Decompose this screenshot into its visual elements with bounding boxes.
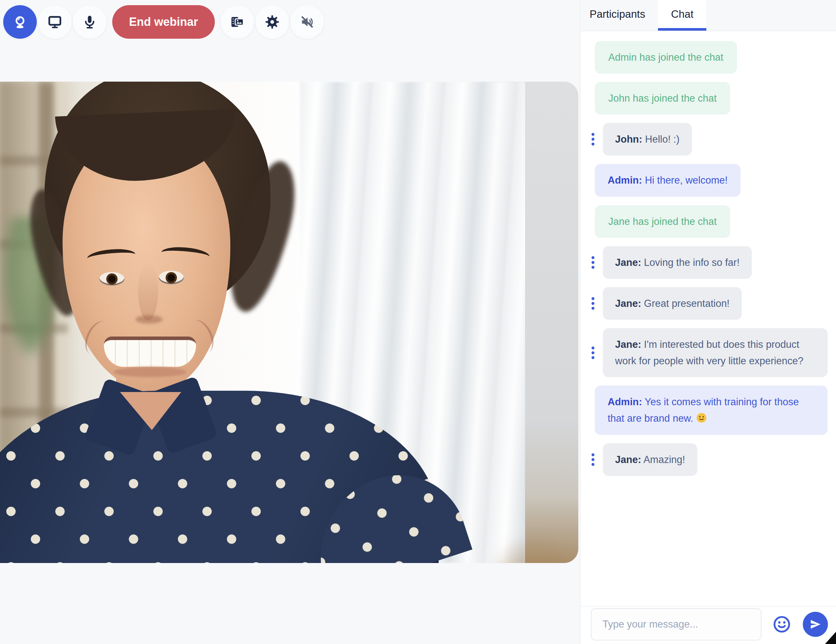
- message-text: John has joined the chat: [608, 93, 717, 104]
- chat-message-bubble: Jane: I'm interested but does this produ…: [603, 328, 828, 377]
- message-input[interactable]: [591, 608, 761, 641]
- mouse-cursor: [825, 632, 836, 644]
- chat-message-row: Admin: Hi there, welcome!: [591, 164, 828, 196]
- smiley-icon: [772, 615, 791, 634]
- monitor-icon: [47, 14, 62, 30]
- media-button[interactable]: [220, 5, 254, 39]
- chat-message-bubble: John: Hello! :): [603, 123, 692, 155]
- message-text: Hello! :): [645, 134, 679, 145]
- message-author: Admin:: [607, 175, 642, 186]
- smiling-mouth: [104, 337, 196, 367]
- chat-message-row: Jane: Amazing!: [591, 443, 828, 476]
- presenter-video: [0, 82, 578, 563]
- message-text: Great presentation!: [644, 298, 730, 309]
- message-menu-icon[interactable]: [591, 296, 595, 311]
- webinar-app: End webinar: [0, 0, 836, 644]
- chat-messages[interactable]: Admin has joined the chatJohn has joined…: [581, 31, 836, 606]
- speaker-mute-button[interactable]: [290, 5, 324, 39]
- smiling-emoji: [696, 412, 707, 423]
- message-author: Jane:: [615, 298, 641, 309]
- system-message-bubble: Jane has joined the chat: [595, 205, 730, 238]
- message-menu-icon[interactable]: [591, 132, 595, 147]
- chat-message-row: John: Hello! :): [591, 123, 828, 155]
- chat-message-bubble: Jane: Amazing!: [603, 443, 697, 476]
- message-text: Admin has joined the chat: [608, 52, 723, 63]
- media-icon: [230, 14, 245, 30]
- nose-shadow: [136, 315, 163, 324]
- message-author: Jane:: [615, 339, 641, 350]
- send-icon: [809, 618, 821, 631]
- chat-message-bubble: Admin: Hi there, welcome!: [595, 164, 741, 196]
- camera-button[interactable]: [3, 5, 37, 39]
- chat-message-bubble: Jane: Loving the info so far!: [603, 246, 752, 279]
- chat-message-row: Jane: I'm interested but does this produ…: [591, 328, 828, 377]
- sidebar-tabs: Participants Chat: [581, 0, 836, 31]
- webcam-icon: [12, 14, 28, 30]
- screen-share-button[interactable]: [38, 5, 72, 39]
- chat-message-row: Admin has joined the chat: [591, 41, 828, 74]
- end-webinar-button[interactable]: End webinar: [112, 5, 215, 39]
- message-text: I'm interested but does this product wor…: [615, 339, 803, 366]
- chat-composer: [581, 606, 836, 644]
- tab-chat[interactable]: Chat: [658, 0, 706, 31]
- chat-message-row: Jane: Loving the info so far!: [591, 246, 828, 279]
- lower-lip: [114, 367, 186, 377]
- message-author: Jane:: [615, 454, 641, 465]
- speaker-muted-icon: [299, 14, 315, 30]
- message-text: Loving the info so far!: [644, 257, 740, 268]
- message-text: Hi there, welcome!: [645, 175, 728, 186]
- message-text: Amazing!: [643, 454, 685, 465]
- settings-button[interactable]: [255, 5, 289, 39]
- message-author: John:: [615, 134, 642, 145]
- chat-message-bubble: Admin: Yes it comes with training for th…: [595, 386, 828, 435]
- message-menu-icon[interactable]: [591, 452, 595, 467]
- chat-message-row: Admin: Yes it comes with training for th…: [591, 386, 828, 435]
- system-message-bubble: Admin has joined the chat: [595, 41, 737, 74]
- system-message-bubble: John has joined the chat: [595, 82, 730, 114]
- sidebar-panel: Participants Chat Admin has joined the c…: [580, 0, 836, 644]
- message-author: Jane:: [615, 257, 641, 268]
- message-menu-icon[interactable]: [591, 345, 595, 360]
- microphone-button[interactable]: [73, 5, 106, 39]
- gear-icon: [265, 14, 280, 30]
- mic-icon: [82, 14, 97, 30]
- send-message-button[interactable]: [803, 612, 828, 637]
- eye: [159, 271, 184, 284]
- eye: [100, 272, 124, 286]
- chat-message-bubble: Jane: Great presentation!: [603, 287, 742, 320]
- nose: [138, 262, 158, 320]
- emoji-picker-button[interactable]: [772, 615, 791, 634]
- chat-message-row: Jane has joined the chat: [591, 205, 828, 238]
- chat-message-row: Jane: Great presentation!: [591, 287, 828, 320]
- tab-participants[interactable]: Participants: [581, 0, 658, 31]
- message-text: Jane has joined the chat: [608, 216, 717, 227]
- presenter-person: [0, 82, 578, 563]
- chat-message-row: John has joined the chat: [591, 82, 828, 114]
- message-menu-icon[interactable]: [591, 255, 595, 270]
- toolbar: End webinar: [3, 5, 324, 39]
- message-author: Admin:: [607, 396, 642, 407]
